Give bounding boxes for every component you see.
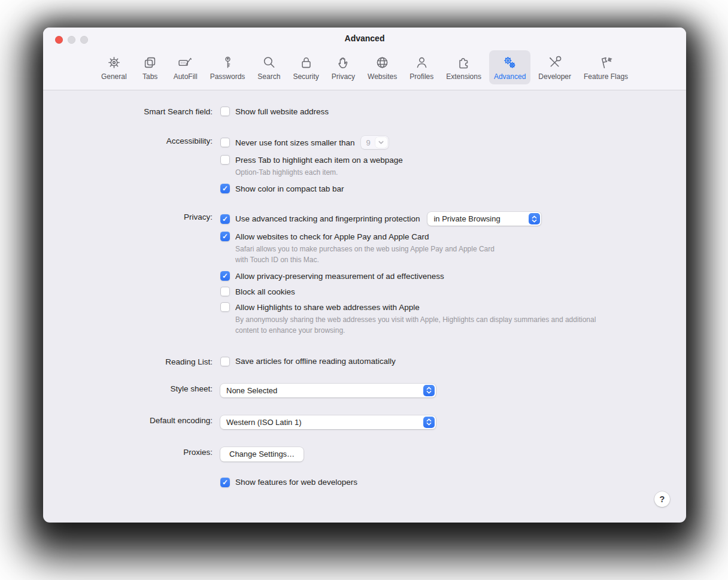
checkbox-row-press-tab: Press Tab to highlight each item on a we… (220, 155, 686, 178)
tab-autofill[interactable]: AutoFill (169, 50, 202, 84)
tab-profiles[interactable]: Profiles (405, 50, 438, 84)
tab-label: Advanced (494, 72, 526, 81)
checkbox-label: Allow websites to check for Apple Pay an… (235, 232, 429, 241)
advanced-pane: Smart Search field: Show full website ad… (43, 90, 686, 521)
checkbox-label: Save articles for offline reading automa… (235, 357, 396, 366)
checkbox-row-press-tab-click[interactable]: Press Tab to highlight each item on a we… (220, 155, 686, 165)
style-sheet-popup[interactable]: None Selected (220, 384, 436, 397)
tab-label: Security (293, 72, 318, 81)
change-settings-button[interactable]: Change Settings… (220, 447, 304, 461)
checkbox-ad-measurement[interactable] (220, 271, 230, 281)
checkbox-label: Block all cookies (235, 287, 295, 296)
chevron-up-down-icon (529, 213, 540, 224)
row-label-reading-list: Reading List: (43, 357, 220, 366)
lock-icon (298, 54, 314, 71)
popup-value: in Private Browsing (433, 214, 524, 223)
row-reading-list: Reading List: Save articles for offline … (43, 357, 686, 366)
checkbox-row-min-font-size: Never use font sizes smaller than 9 (220, 136, 686, 149)
tracking-protection-popup[interactable]: in Private Browsing (427, 212, 541, 226)
checkbox-row-block-cookies-click[interactable]: Block all cookies (220, 287, 686, 296)
tab-tabs[interactable]: Tabs (135, 50, 166, 84)
popup-value: None Selected (226, 386, 418, 395)
row-label-empty (43, 478, 220, 478)
checkbox-label: Never use font sizes smaller than (235, 138, 355, 147)
checkbox-offline-reading[interactable] (220, 357, 230, 366)
checkbox-row-tracking-protection-click[interactable]: Use advanced tracking and fingerprinting… (220, 214, 420, 224)
autofill-icon (177, 54, 193, 71)
checkbox-press-tab[interactable] (220, 155, 230, 165)
checkbox-row-show-full-address[interactable]: Show full website address (220, 107, 686, 116)
tab-label: Passwords (210, 72, 245, 81)
checkbox-label: Use advanced tracking and fingerprinting… (235, 214, 420, 223)
checkbox-row-apple-pay-click[interactable]: Allow websites to check for Apple Pay an… (220, 232, 686, 241)
row-label-privacy: Privacy: (43, 212, 220, 221)
row-smart-search: Smart Search field: Show full website ad… (43, 107, 686, 116)
tab-label: Tabs (142, 72, 157, 81)
tab-feature-flags[interactable]: Feature Flags (579, 50, 633, 84)
row-web-developer: Show features for web developers (43, 478, 686, 487)
tab-developer[interactable]: Developer (533, 50, 576, 84)
checkbox-row-min-font-size-click[interactable]: Never use font sizes smaller than (220, 138, 355, 147)
caption-apple-pay: Safari allows you to make purchases on t… (235, 244, 506, 265)
tab-label: AutoFill (174, 72, 198, 81)
window-title: Advanced (43, 34, 686, 43)
tab-label: Privacy (332, 72, 355, 81)
checkbox-row-block-cookies: Block all cookies (220, 287, 686, 296)
help-button[interactable]: ? (654, 491, 670, 507)
chevron-down-icon[interactable] (375, 137, 387, 148)
hand-icon (335, 54, 351, 71)
titlebar[interactable]: Advanced (43, 28, 686, 49)
checkbox-web-developer[interactable] (220, 478, 230, 487)
window-header: Advanced General Tabs (43, 28, 686, 90)
row-default-encoding: Default encoding: Western (ISO Latin 1) (43, 415, 686, 429)
gear-icon (106, 54, 122, 71)
key-icon (220, 54, 236, 71)
checkbox-min-font-size[interactable] (220, 138, 230, 147)
row-privacy: Privacy: Use advanced tracking and finge… (43, 212, 686, 337)
row-label-smart-search: Smart Search field: (43, 107, 220, 116)
tab-advanced[interactable]: Advanced (489, 50, 530, 84)
checkbox-label: Allow Highlights to share web addresses … (235, 303, 420, 312)
checkbox-row-highlights-click[interactable]: Allow Highlights to share web addresses … (220, 302, 686, 312)
checkbox-row-web-developer[interactable]: Show features for web developers (220, 478, 686, 487)
checkbox-row-apple-pay: Allow websites to check for Apple Pay an… (220, 232, 686, 265)
checkbox-row-ad-measurement-click[interactable]: Allow privacy-preserving measurement of … (220, 271, 686, 281)
tab-websites[interactable]: Websites (363, 50, 402, 84)
checkbox-tracking-protection[interactable] (220, 214, 230, 224)
caption-option-tab: Option-Tab highlights each item. (235, 168, 686, 178)
tab-label: Feature Flags (584, 72, 628, 81)
settings-toolbar: General Tabs AutoFill (43, 49, 686, 84)
tab-search[interactable]: Search (253, 50, 285, 84)
row-accessibility: Accessibility: Never use font sizes smal… (43, 136, 686, 193)
checkbox-compact-tab-color[interactable] (220, 184, 230, 193)
tab-label: Extensions (446, 72, 481, 81)
checkbox-show-full-address[interactable] (220, 107, 230, 116)
default-encoding-popup[interactable]: Western (ISO Latin 1) (220, 415, 436, 429)
row-label-accessibility: Accessibility: (43, 136, 220, 145)
tab-label: Websites (368, 72, 397, 81)
tab-passwords[interactable]: Passwords (205, 50, 250, 84)
checkbox-row-offline-reading[interactable]: Save articles for offline reading automa… (220, 357, 686, 366)
tab-privacy[interactable]: Privacy (327, 50, 360, 84)
safari-settings-window: Advanced General Tabs (43, 28, 686, 523)
checkbox-label: Show color in compact tab bar (235, 184, 344, 193)
checkbox-row-ad-measurement: Allow privacy-preserving measurement of … (220, 271, 686, 281)
tab-extensions[interactable]: Extensions (441, 50, 486, 84)
tab-security[interactable]: Security (288, 50, 323, 84)
gears-icon (502, 54, 518, 71)
checkbox-row-compact-tab-color: Show color in compact tab bar (220, 184, 686, 193)
tab-label: General (101, 72, 127, 81)
checkbox-block-cookies[interactable] (220, 287, 230, 296)
font-size-dropdown[interactable]: 9 (361, 136, 389, 149)
search-icon (261, 54, 277, 71)
checkbox-highlights[interactable] (220, 302, 230, 312)
tab-general[interactable]: General (96, 50, 132, 84)
row-label-proxies: Proxies: (43, 447, 220, 457)
checkbox-apple-pay[interactable] (220, 232, 230, 241)
tab-label: Profiles (410, 72, 433, 81)
row-label-style-sheet: Style sheet: (43, 384, 220, 393)
row-style-sheet: Style sheet: None Selected (43, 384, 686, 397)
checkbox-label: Show features for web developers (235, 478, 357, 487)
checkbox-row-compact-tab-color-click[interactable]: Show color in compact tab bar (220, 184, 686, 193)
checkbox-row-tracking-protection: Use advanced tracking and fingerprinting… (220, 212, 686, 226)
